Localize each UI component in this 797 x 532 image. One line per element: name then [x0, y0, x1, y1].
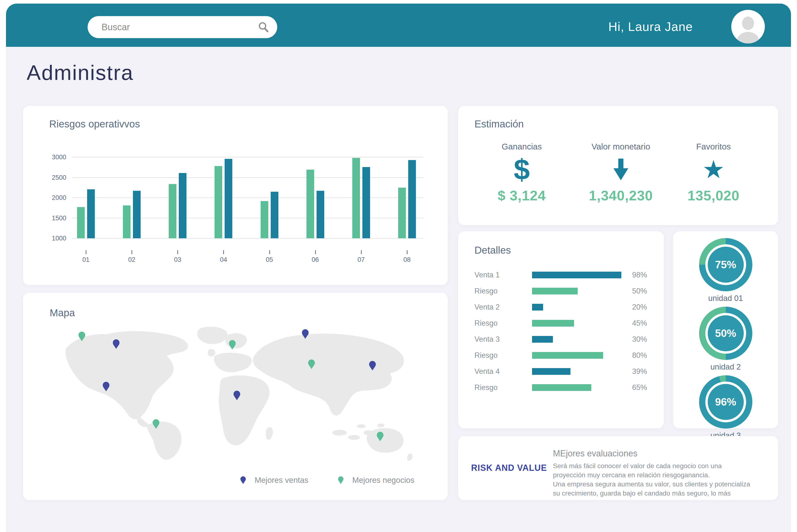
detalle-label: Venta 4 [474, 367, 532, 376]
chart-bar [362, 167, 370, 238]
x-axis-tick [132, 250, 132, 254]
detalle-percent: 45% [623, 319, 647, 327]
mapa-title: Mapa [50, 307, 75, 319]
legend-label: Mejores ventas [254, 476, 308, 485]
detalle-bar [532, 352, 603, 359]
star-icon: ★ [702, 157, 724, 182]
detalle-percent: 65% [623, 383, 647, 392]
map-pin-icon [338, 476, 344, 484]
risk-heading: MEjores evaluaciones [553, 449, 769, 459]
detalle-label: Venta 2 [474, 303, 532, 311]
detalle-label: Riesgo [474, 383, 532, 392]
detalle-percent: 50% [623, 287, 647, 296]
y-axis-label: 3000 [37, 154, 66, 161]
detalle-bar-track [532, 304, 623, 310]
estimacion-title: Estimación [474, 118, 524, 130]
x-axis-label: 01 [76, 256, 96, 264]
chart-bar [77, 207, 85, 238]
stat-ganancias: Ganancias $ $ 3,124 [485, 142, 559, 204]
card-mapa: Mapa [23, 293, 448, 500]
search-box[interactable] [88, 16, 277, 38]
legend-mejores-negocios: Mejores negocios [338, 476, 415, 485]
avatar-head-icon [742, 17, 754, 30]
stat-label: Favoritos [676, 142, 751, 151]
detalle-bar-track [532, 272, 623, 278]
detalle-bar [532, 336, 553, 343]
gridline [72, 157, 423, 157]
search-icon[interactable] [258, 22, 269, 33]
detalles-rows: Venta 1 98% Riesgo 50% Venta 2 20% Riesg… [458, 267, 664, 396]
detalle-bar [532, 288, 578, 294]
detalle-row: Venta 4 39% [458, 363, 664, 379]
chart-bar [123, 205, 131, 238]
chart-bar [306, 170, 314, 238]
detalle-row: Riesgo 80% [458, 347, 664, 363]
risk-paragraph: Será más fácil conocer el valor de cada … [553, 461, 769, 498]
detalle-percent: 80% [623, 351, 647, 360]
detalle-bar [532, 272, 621, 278]
user-greeting: Hi, Laura Jane [608, 19, 693, 34]
x-axis-label: 02 [122, 256, 141, 264]
chart-bar [408, 160, 416, 238]
stat-favoritos: Favoritos ★ 135,020 [676, 142, 751, 204]
map-pin-japan [369, 361, 376, 371]
chart-bar [169, 184, 176, 238]
risk-text-block: MEjores evaluaciones Será más fácil cono… [553, 449, 769, 498]
page-title: Administra [27, 60, 134, 85]
map-pin-africa [233, 391, 241, 400]
stat-value: 1,340,230 [584, 187, 658, 204]
chart-bar [271, 192, 278, 238]
chart-bar [87, 189, 95, 238]
detalle-bar [532, 368, 570, 375]
legend-label: Mejores negocios [352, 476, 415, 485]
donut-percent: 75% [708, 247, 744, 283]
map-pin-central-asia [308, 359, 315, 369]
detalle-bar [532, 384, 591, 391]
x-axis-tick [86, 250, 87, 254]
detalle-label: Riesgo [474, 319, 532, 327]
arrow-down-icon [612, 158, 630, 181]
detalle-label: Venta 3 [474, 335, 532, 344]
detalle-label: Riesgo [474, 287, 532, 296]
chart-bar [398, 188, 406, 238]
y-axis-label: 2500 [37, 174, 66, 182]
detalle-row: Venta 1 98% [458, 267, 664, 283]
stat-valor-monetario: Valor monetario 1,340,230 [584, 142, 658, 204]
chart-bar [225, 159, 232, 238]
chart-bar [133, 191, 140, 238]
avatar[interactable] [731, 10, 765, 43]
detalle-bar-track [532, 288, 623, 294]
search-input[interactable] [88, 22, 258, 32]
donut-percent: 50% [708, 315, 744, 351]
chart-bar [317, 191, 324, 238]
gridline [72, 177, 423, 178]
stat-value: $ 3,124 [485, 187, 559, 204]
x-axis-tick [177, 250, 178, 254]
map-pin-siberia [302, 329, 309, 339]
map-pin-icon [240, 476, 246, 484]
detalle-bar-track [532, 384, 623, 391]
donut-unit-label: unidad 2 [710, 362, 741, 372]
donut-unidad-2: 50% [699, 307, 752, 360]
map-pin-alaska [78, 331, 86, 341]
card-detalles: Detalles Venta 1 98% Riesgo 50% Venta 2 … [458, 231, 664, 428]
donut-unit-label: unidad 01 [708, 294, 743, 303]
detalle-percent: 30% [623, 335, 647, 344]
donut-percent: 96% [708, 384, 744, 420]
x-axis-tick [223, 250, 224, 254]
detalle-row: Venta 2 20% [458, 299, 664, 315]
top-header-bar: Hi, Laura Jane [6, 4, 791, 47]
stat-label: Valor monetario [584, 142, 658, 151]
stat-label: Ganancias [485, 142, 559, 151]
stat-value: 135,020 [676, 187, 751, 204]
map-pin-west-us [102, 382, 110, 392]
detalle-bar-track [532, 368, 623, 375]
risk-title: RISK AND VALUE [471, 463, 553, 473]
dollar-icon: $ [514, 155, 530, 184]
y-axis-label: 2000 [37, 194, 66, 202]
map-pin-south-america [152, 419, 159, 429]
donut-unidad-3: 96% [699, 375, 752, 429]
detalle-bar-track [532, 336, 623, 343]
x-axis-label: 07 [352, 256, 371, 264]
card-estimacion: Estimación Ganancias $ $ 3,124 Valor mon… [458, 106, 778, 225]
